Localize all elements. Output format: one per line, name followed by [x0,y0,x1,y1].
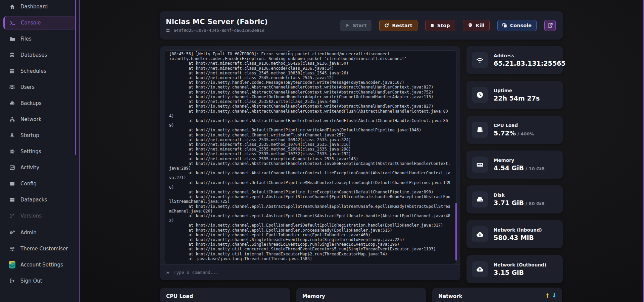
stat-card-disk: Disk 3.71 GiB/ 80 GiB [466,185,563,214]
hdd-icon [472,191,488,207]
sidebar-item-users[interactable]: Users [3,80,76,94]
server-header-card: Niclas MC Server (Fabric) a40f9d25-507a-… [160,11,563,40]
sidebar-item-dashboard[interactable]: Dashboard [3,0,76,13]
network-legend [546,293,556,298]
hdd-icon [9,100,15,106]
chart-line-icon [9,165,15,171]
stop-button[interactable]: Stop [425,20,455,31]
stat-limit: / 80 GiB [526,201,545,206]
sidebar-item-files[interactable]: Files [3,32,76,46]
console-log[interactable]: at knot//io.netty.channel.SingleThreadIo… [164,50,456,264]
power-actions: Start Restart Stop Kill Console [340,20,556,31]
stat-value: 22h 54m 27s [494,95,540,102]
sidebar-item-account-settings[interactable]: Account Settings [3,258,76,271]
folder-icon [9,36,15,42]
code-branch-icon [9,213,15,219]
sidebar-item-admin[interactable]: Admin [3,226,76,239]
sliders-icon [9,246,15,252]
stat-card-memory: Memory 4.54 GiB/ 10 GiB [466,150,563,179]
sidebar-item-theme-customiser[interactable]: Theme Customiser [3,242,76,255]
usage-charts: CPU Load Memory Network [160,288,562,302]
chart-title: CPU Load [166,293,193,299]
terminal-icon [9,20,16,26]
sidebar-item-network[interactable]: Network [3,113,76,126]
stat-value: 4.54 GiB [494,164,524,172]
users-icon [9,84,15,90]
stat-value: 3.15 GiB [494,269,524,276]
play-icon [345,23,350,27]
window-icon [9,181,15,187]
cloud-upload-icon [472,261,488,277]
wifi-icon [472,52,488,68]
stat-label: Network (Outbound) [494,262,546,267]
external-link-button[interactable] [544,20,556,31]
skull-icon [468,23,473,28]
stat-label: Memory [494,158,545,163]
sidebar-item-activity[interactable]: Activity [3,161,76,174]
sidebar-item-datapacks[interactable]: Datapacks [3,193,76,206]
console-log-text: at knot//io.netty.channel.SingleThreadIo… [169,50,451,261]
arrow-down-icon [552,293,556,298]
arrow-up-icon [546,293,549,298]
page-scrollbar[interactable] [643,0,644,302]
command-bar: » [160,264,460,280]
sidebar-item-config[interactable]: Config [3,177,76,190]
home-icon [9,4,15,10]
sign-out-icon [9,278,15,284]
microchip-icon [472,122,488,138]
server-stats: Address 65.21.83.131:25565 Uptime 22h 54… [466,46,563,290]
sidebar-item-sign-out[interactable]: Sign Out [3,274,76,288]
database-icon [9,52,15,58]
start-button[interactable]: Start [340,20,371,31]
window-icon [9,197,15,203]
sidebar-item-schedules[interactable]: Schedules [3,64,76,78]
rotate-icon [384,23,389,28]
stat-label: Disk [494,192,545,198]
stat-card-network-outbound: Network (Outbound) 3.15 GiB [466,255,563,283]
gear-icon [9,148,15,155]
sidebar-item-databases[interactable]: Databases [3,48,76,62]
sidebar-item-settings[interactable]: Settings [3,145,76,158]
stat-value: 65.21.83.131:25565 [494,60,565,67]
stop-icon [430,23,434,27]
sidebar-item-startup[interactable]: Startup [3,129,76,142]
sitemap-icon [9,116,15,122]
sidebar-nav: Dashboard Console Files Databases Schedu… [0,0,79,223]
memory-icon [472,157,488,173]
restart-button[interactable]: Restart [379,20,417,31]
stat-value: 5.72% [494,129,516,137]
server-uuid-row: a40f9d25-507a-434b-8d4f-d6632e62e81e [166,28,268,33]
sidebar-item-versions[interactable]: Versions [3,209,76,223]
calendar-icon [9,68,15,74]
clock-icon [472,87,488,103]
console-scrollbar[interactable] [455,203,457,260]
sidebar-item-console[interactable]: Console [3,16,76,29]
rocket-icon [9,132,15,138]
sidebar-scrollbar[interactable] [75,0,76,155]
console-panel: at knot//io.netty.channel.SingleThreadIo… [160,46,460,280]
stat-label: Network (Inbound) [494,227,542,233]
stat-label: CPU Load [494,123,534,128]
sidebar-item-backups[interactable]: Backups [3,97,76,110]
sidebar: Dashboard Console Files Databases Schedu… [0,0,80,302]
stat-card-uptime: Uptime 22h 54m 27s [466,81,563,109]
stat-limit: / 10 GiB [526,166,545,171]
server-title-block: Niclas MC Server (Fabric) a40f9d25-507a-… [166,18,268,33]
stat-card-cpu: CPU Load 5.72%/ 400% [466,116,563,144]
avatar-image [9,262,15,268]
console-window-icon [502,23,507,28]
stat-value: 3.71 GiB [494,199,524,206]
kill-button[interactable]: Kill [463,20,490,31]
stat-card-network-inbound: Network (Inbound) 580.43 MiB [466,220,563,248]
command-input[interactable] [174,270,454,275]
chart-title: Network [438,293,462,299]
gears-icon [9,230,15,236]
console-button[interactable]: Console [497,20,537,31]
cloud-download-icon [472,226,488,242]
stat-value: 580.43 MiB [494,234,534,241]
stat-card-address: Address 65.21.83.131:25565 [466,46,563,74]
stat-label: Uptime [494,88,540,93]
memory-chart-card: Memory [296,288,426,302]
network-chart-card: Network [432,288,562,302]
sidebar-footer: Admin Theme Customiser Account Settings … [3,226,76,290]
